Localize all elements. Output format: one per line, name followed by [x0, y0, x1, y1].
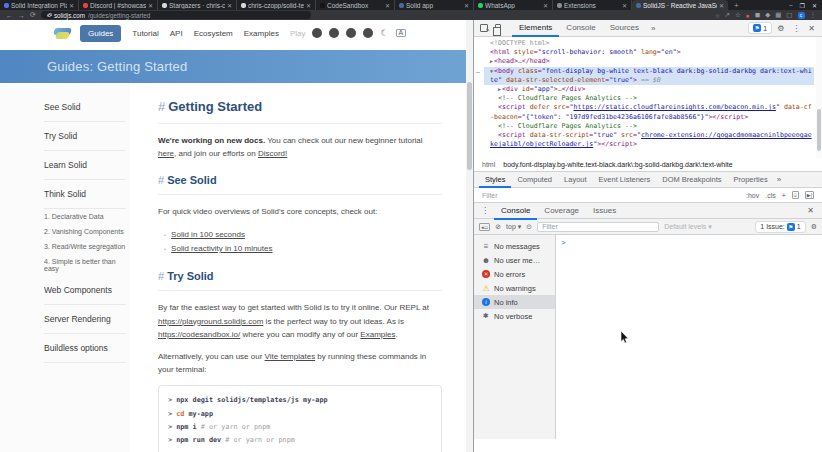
styles-tab[interactable]: Styles — [479, 172, 511, 188]
text-token[interactable]: Vite templates — [265, 352, 316, 361]
browser-tab[interactable]: CodeSandbox ✕ — [316, 0, 395, 10]
browser-tab[interactable]: Solid Integration Playgroun ✕ — [0, 0, 79, 10]
inline-link[interactable]: https://static.cloudflareinsights.com/be… — [573, 103, 775, 111]
console-sidebar-toggle-icon[interactable]: ◂▭ — [479, 223, 490, 231]
sidebar-item[interactable]: Think Solid — [44, 180, 126, 209]
extension-grid-icon[interactable]: ▦ — [775, 11, 781, 19]
styles-more-icon[interactable]: » — [774, 175, 784, 184]
sidebar-item[interactable]: 2. Vanishing Components — [44, 224, 126, 239]
computed-sidebar-icon[interactable]: ▶| — [805, 191, 814, 199]
sidebar-item[interactable]: See Solid — [44, 93, 126, 122]
console-sidebar-item[interactable]: ✕ No errors — [474, 267, 555, 281]
tab-close-icon[interactable]: ✕ — [543, 2, 548, 9]
text-token[interactable]: Solid in 100 seconds — [171, 228, 245, 242]
sidebar-item[interactable]: Learn Solid — [44, 151, 126, 180]
console-issues-badge[interactable]: 1 Issue: ⚑ 1 — [755, 221, 805, 233]
extension-gray-icon[interactable]: ◼ — [755, 11, 760, 19]
site-scrollbar-thumb[interactable] — [467, 82, 472, 170]
sidebar-item[interactable]: 1. Declarative Data — [44, 209, 126, 224]
drawer-menu-icon[interactable]: ⋮ — [478, 206, 492, 215]
sidebar-item[interactable]: 3. Read/Write segregation — [44, 239, 126, 254]
minimize-button[interactable]: – — [789, 2, 792, 8]
site-scrollbar[interactable] — [466, 20, 473, 452]
sidebar-item[interactable]: Buildless options — [44, 334, 126, 363]
close-button[interactable]: ✕ — [812, 2, 817, 9]
forward-button[interactable]: → — [18, 12, 25, 19]
console-tab[interactable]: Console — [494, 202, 537, 220]
tab-close-icon[interactable]: ✕ — [719, 2, 724, 9]
hash-anchor[interactable]: # — [158, 99, 165, 114]
text-token[interactable]: https://codesandbox.io/ — [158, 330, 240, 339]
address-bar[interactable]: solidjs.com/guides/getting-started — [41, 11, 311, 19]
styles-tab[interactable]: Layout — [558, 172, 593, 188]
console-settings-gear-icon[interactable]: ⚙ — [811, 223, 817, 231]
styles-tab[interactable]: Event Listeners — [593, 172, 657, 188]
settings-gear-icon[interactable]: ⚙ — [774, 24, 787, 33]
reload-button[interactable]: ⟳ — [30, 11, 36, 19]
tab-close-icon[interactable]: ✕ — [464, 2, 469, 9]
extension-square-icon[interactable]: ▢ — [786, 11, 792, 19]
drawer-close-icon[interactable]: ✕ — [807, 206, 818, 215]
new-style-rule-button[interactable]: + — [782, 192, 786, 199]
nav-link[interactable]: Play — [290, 29, 306, 38]
live-expression-eye-icon[interactable]: ⊙ — [526, 223, 532, 231]
twitter-icon[interactable] — [363, 28, 373, 38]
rendering-emulation-icon[interactable]: ⌸ — [792, 191, 799, 199]
hash-anchor[interactable]: # — [158, 174, 164, 186]
context-selector[interactable]: top ▾ — [506, 223, 521, 231]
clear-console-icon[interactable]: ⊘ — [495, 223, 501, 231]
console-sidebar-item[interactable]: ✱ No verbose — [474, 309, 555, 323]
dom-tree-line[interactable]: …▼<body class="font-display bg-white tex… — [484, 67, 814, 85]
devtools-tab[interactable]: Sources — [603, 19, 646, 37]
dom-tree-line[interactable]: ▶<div id="app">…</div> — [484, 85, 814, 94]
tab-close-icon[interactable]: ✕ — [622, 2, 627, 9]
sidebar-item[interactable]: 4. Simple is better than easy — [44, 254, 126, 276]
extension-red-icon[interactable]: ● — [746, 12, 750, 19]
browser-tab[interactable]: WhatsApp ✕ — [474, 0, 553, 10]
styles-tab[interactable]: Properties — [727, 172, 773, 188]
dark-mode-moon-icon[interactable]: ☾ — [380, 28, 388, 38]
text-token[interactable]: Examples — [360, 330, 395, 339]
tab-close-icon[interactable]: ✕ — [227, 2, 232, 9]
dom-tree-line[interactable]: <script defer src="https://static.cloudf… — [484, 103, 814, 121]
breadcrumb-current[interactable]: body.font-display.bg-white.text-black.da… — [503, 161, 732, 168]
bookmark-star-icon[interactable]: ☆ — [735, 11, 741, 19]
tree-scrollbar[interactable] — [816, 37, 822, 158]
device-toolbar-icon[interactable] — [495, 24, 501, 32]
console-sidebar-item[interactable]: i No info — [474, 295, 555, 309]
browser-tab[interactable]: Extensions ✕ — [553, 0, 632, 10]
new-tab-button[interactable]: + — [728, 0, 745, 10]
devtools-tab[interactable]: Elements — [512, 19, 559, 37]
breadcrumb-root[interactable]: html — [482, 161, 495, 168]
menu-dots-icon[interactable]: ⋮ — [810, 11, 817, 19]
browser-tab[interactable]: chris-czopp/solid-test-reco ✕ — [237, 0, 316, 10]
sidebar-item[interactable]: Server Rendering — [44, 305, 126, 334]
more-tabs-icon[interactable]: » — [648, 24, 658, 33]
devtools-tab[interactable]: Console — [559, 19, 602, 37]
tree-scrollbar-thumb[interactable] — [817, 109, 821, 151]
translate-icon[interactable]: A — [396, 29, 407, 37]
dom-tree-line[interactable]: <script data-str-script="true" src="chro… — [484, 131, 814, 149]
dom-tree-line[interactable]: ▶<head>…</head> — [484, 57, 814, 66]
text-token[interactable]: Discord! — [258, 149, 287, 158]
dom-tree-line[interactable]: <!-- Cloudflare Pages Analytics --> — [484, 122, 814, 131]
browser-tab[interactable]: Discord | #showcase | Se ✕ — [79, 0, 158, 10]
browser-tab[interactable]: Solid app ✕ — [395, 0, 474, 10]
inspect-element-icon[interactable] — [480, 24, 488, 32]
styles-filter-input[interactable]: Filter — [482, 192, 498, 199]
github-icon[interactable] — [312, 28, 322, 38]
discord-icon[interactable] — [346, 28, 356, 38]
console-output[interactable]: > — [556, 235, 822, 439]
console-filter-input[interactable]: Filter — [537, 222, 659, 232]
reddit-icon[interactable] — [329, 28, 339, 38]
tab-close-icon[interactable]: ✕ — [385, 2, 390, 9]
text-token[interactable]: here — [158, 149, 174, 158]
issues-badge[interactable]: ⚑ 1 — [748, 22, 772, 34]
default-levels-dropdown[interactable]: Default levels ▾ — [664, 223, 711, 231]
console-tab[interactable]: Coverage — [537, 202, 586, 220]
profile-avatar[interactable]: c — [798, 12, 805, 19]
text-token[interactable]: https://playground.solidjs.com — [158, 317, 263, 326]
browser-tab[interactable]: SolidJS · Reactive JavaScript ✕ — [632, 0, 728, 10]
hover-state-button[interactable]: :hov — [746, 192, 759, 199]
bullet-link[interactable]: Solid in 100 seconds — [164, 228, 442, 242]
